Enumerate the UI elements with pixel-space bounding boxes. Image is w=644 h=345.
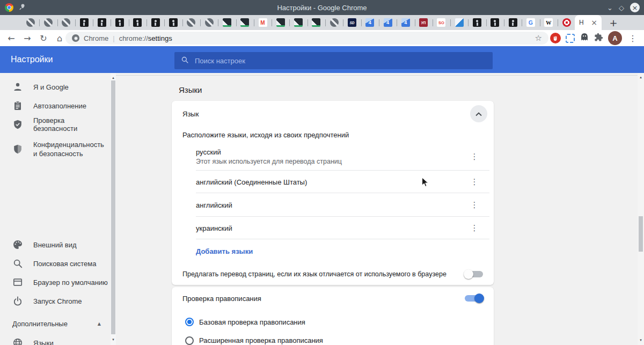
- sidebar-item-safety-check[interactable]: Проверка безопасности: [0, 115, 111, 134]
- pinned-tab[interactable]: [129, 15, 147, 30]
- screenshot-extension-icon[interactable]: [566, 34, 575, 43]
- more-options-icon[interactable]: ⋮: [468, 200, 481, 210]
- pinned-tab[interactable]: [504, 15, 522, 30]
- settings-search-box[interactable]: [174, 52, 493, 69]
- spellcheck-toggle[interactable]: [465, 295, 483, 302]
- radio-label: Расширенная проверка правописания: [199, 336, 422, 344]
- url-scheme: chrome://: [119, 34, 148, 42]
- settings-search-input[interactable]: [195, 57, 486, 65]
- pinned-tab[interactable]: [57, 15, 75, 30]
- settings-sidebar: Я и Google Автозаполнение Проверка безоп…: [0, 73, 111, 345]
- page-scrollbar[interactable]: ▴ ▾: [638, 73, 644, 345]
- radio-unselected-icon[interactable]: [185, 336, 194, 345]
- page-scrollbar-thumb[interactable]: [639, 216, 643, 252]
- home-icon[interactable]: ⌂: [54, 31, 65, 45]
- pinned-tab[interactable]: [450, 15, 468, 30]
- pinned-tab[interactable]: [164, 15, 182, 30]
- pinned-tab[interactable]: [308, 15, 325, 30]
- close-tab-icon[interactable]: ×: [591, 19, 597, 26]
- pinned-tab[interactable]: [21, 15, 39, 30]
- pinned-tab[interactable]: [200, 15, 218, 30]
- pinned-tab[interactable]: УП: [415, 15, 433, 30]
- pinned-tab[interactable]: [218, 15, 236, 30]
- sidebar-scrollbar-thumb[interactable]: [111, 80, 115, 334]
- sidebar-item-search-engine[interactable]: Поисковая система: [0, 254, 111, 273]
- upred-favicon-icon: УП: [419, 18, 428, 27]
- close-window-button[interactable]: ×: [630, 3, 640, 12]
- pinned-tab[interactable]: [147, 15, 164, 30]
- sored-favicon-icon: SO: [437, 18, 445, 27]
- adblock-extension-icon[interactable]: [550, 33, 561, 43]
- sidebar-item-appearance[interactable]: Внешний вид: [0, 236, 111, 254]
- pinned-tab[interactable]: SD: [343, 15, 361, 30]
- reload-icon[interactable]: ↻: [38, 31, 49, 45]
- basic-spellcheck-option[interactable]: Базовая проверка правописания: [172, 312, 494, 332]
- pinned-tab[interactable]: [236, 15, 254, 30]
- scroll-up-icon[interactable]: ▴: [638, 75, 644, 79]
- radio-selected-icon[interactable]: [185, 318, 194, 326]
- safety-check-icon: [12, 119, 23, 130]
- pinned-tab[interactable]: [75, 15, 93, 30]
- pinned-tab[interactable]: [111, 15, 128, 30]
- disc-favicon-icon: [205, 18, 214, 27]
- sidebar-item-autofill[interactable]: Автозаполнение: [0, 97, 111, 115]
- profile-avatar[interactable]: A: [608, 31, 622, 45]
- google-favicon-icon: G: [526, 18, 535, 27]
- sidebar-item-privacy[interactable]: Конфиденциальность и безопасность: [0, 135, 111, 163]
- extensions-puzzle-icon[interactable]: [594, 33, 603, 44]
- pinned-tab[interactable]: 4: [379, 15, 397, 30]
- cinema-favicon-icon: [294, 18, 303, 27]
- enhanced-spellcheck-option[interactable]: Расширенная проверка правописания Исполь…: [172, 336, 494, 345]
- pinned-tab[interactable]: [325, 15, 343, 30]
- more-options-icon[interactable]: ⋮: [468, 223, 481, 233]
- sidebar-item-label: Языки: [33, 339, 54, 345]
- pinned-tab[interactable]: M: [254, 15, 272, 30]
- address-bar[interactable]: Chrome | chrome://settings ☆: [65, 32, 548, 45]
- photo-favicon-icon: [169, 18, 178, 27]
- scroll-down-icon[interactable]: ▾: [638, 338, 644, 342]
- forward-icon[interactable]: →: [21, 31, 33, 45]
- pinned-tab[interactable]: [93, 15, 111, 30]
- sidebar-item-default-browser[interactable]: Браузер по умолчанию: [0, 273, 111, 291]
- ghostery-extension-icon[interactable]: [580, 32, 589, 44]
- sidebar-scrollbar[interactable]: ▴ ▾: [111, 73, 116, 345]
- more-options-icon[interactable]: ⋮: [468, 152, 481, 162]
- sidebar-item-me-and-google[interactable]: Я и Google: [0, 78, 111, 96]
- scroll-down-icon[interactable]: ▾: [111, 337, 116, 342]
- sidebar-item-startup[interactable]: Запуск Chrome: [0, 292, 111, 310]
- window-title: Настройки - Google Chrome: [0, 0, 644, 15]
- pinned-tab[interactable]: [486, 15, 504, 30]
- pinned-tab[interactable]: [558, 15, 575, 30]
- sidebar-item-languages[interactable]: Языки: [0, 334, 111, 345]
- pinned-tab[interactable]: G: [522, 15, 539, 30]
- pinned-tab[interactable]: 4: [361, 15, 379, 30]
- shade-window-button[interactable]: ⌄: [607, 4, 613, 11]
- pinned-tab[interactable]: [182, 15, 200, 30]
- language-card-title: Язык: [182, 110, 199, 118]
- photo-favicon-icon: [509, 18, 517, 27]
- language-row-ukrainian: украинский ⋮: [172, 217, 494, 239]
- bookmark-star-icon[interactable]: ☆: [535, 33, 542, 43]
- pinned-tab[interactable]: 4: [397, 15, 414, 30]
- back-icon[interactable]: ←: [5, 31, 17, 45]
- new-tab-button[interactable]: +: [607, 16, 620, 29]
- active-tab-title: Н: [579, 19, 584, 26]
- more-options-icon[interactable]: ⋮: [468, 177, 481, 187]
- pinned-tab[interactable]: [39, 15, 57, 30]
- pinned-tab[interactable]: [468, 15, 486, 30]
- browser-menu-icon[interactable]: ⋮: [627, 33, 639, 43]
- pinned-tab[interactable]: SO: [433, 15, 450, 30]
- language-row-english-us: английский (Соединенные Штаты) ⋮: [172, 171, 494, 193]
- offer-translate-toggle[interactable]: [465, 271, 483, 277]
- scroll-up-icon[interactable]: ▴: [111, 76, 116, 80]
- pinned-tab[interactable]: W: [540, 15, 558, 30]
- sidebar-advanced-toggle[interactable]: Дополнительные ▲: [0, 314, 111, 333]
- maximize-window-button[interactable]: ◇: [619, 4, 624, 11]
- active-tab-settings[interactable]: Н ×: [575, 15, 602, 30]
- pinned-tab[interactable]: [289, 15, 307, 30]
- wiki-favicon-icon: W: [544, 18, 553, 27]
- blue4-favicon-icon: 4: [401, 18, 410, 27]
- add-languages-button[interactable]: Добавить языки: [196, 247, 253, 255]
- collapse-language-section-button[interactable]: [470, 105, 487, 122]
- pinned-tab[interactable]: [272, 15, 289, 30]
